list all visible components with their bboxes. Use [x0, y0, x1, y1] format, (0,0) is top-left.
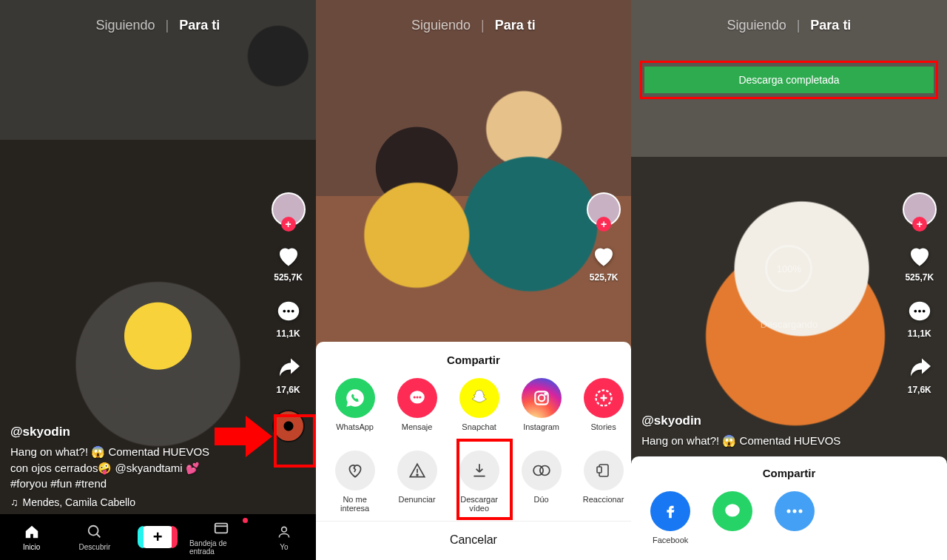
share-instagram[interactable]: Instagram: [516, 378, 567, 440]
like-button[interactable]: 525,7K: [589, 241, 619, 283]
facebook-icon: [650, 491, 690, 531]
tab-separator: |: [481, 18, 485, 33]
svg-point-10: [416, 396, 418, 398]
share-more[interactable]: [769, 491, 820, 553]
message-icon: [397, 378, 437, 418]
nav-yo[interactable]: Yo: [252, 523, 315, 551]
cancel-button[interactable]: Cancelar: [316, 521, 632, 560]
svg-point-3: [291, 310, 294, 313]
share-stories[interactable]: Stories: [578, 378, 630, 440]
share-label: Descargar vídeo: [454, 495, 505, 513]
share-label: Instagram: [523, 422, 559, 440]
svg-point-17: [417, 474, 418, 476]
snapchat-icon: [459, 378, 499, 418]
share-count: 17,6K: [908, 385, 931, 395]
tab-following[interactable]: Siguiendo: [727, 18, 786, 33]
screenshot-1: Siguiendo | Para ti + 525,7K 11,1K 17,6K…: [0, 0, 316, 560]
heart-icon: [589, 241, 619, 271]
share-label: Reaccionar: [583, 495, 624, 513]
share-snapchat[interactable]: Snapchat: [454, 378, 505, 440]
action-reaccionar[interactable]: Reaccionar: [578, 451, 630, 513]
download-complete-banner: Descarga completada: [644, 67, 934, 93]
action-duo[interactable]: Dúo: [516, 451, 567, 513]
nav-descubrir[interactable]: Descubrir: [63, 523, 126, 551]
share-sms[interactable]: [707, 491, 758, 553]
music-note-icon: ♫: [10, 496, 18, 508]
share-label: Stories: [590, 422, 616, 440]
music-disc-icon[interactable]: [272, 410, 305, 442]
svg-point-7: [282, 527, 287, 532]
svg-point-27: [787, 510, 791, 513]
caption-hashtags[interactable]: #foryou #fun #trend: [10, 476, 249, 492]
comment-icon: [274, 297, 303, 327]
caption-line-2: con ojos cerrados🤪 @skyandtami 💕: [10, 460, 249, 476]
share-label: Mensaje: [402, 422, 433, 440]
share-social-row: WhatsApp Mensaje Snapchat Instagram Stor…: [316, 375, 632, 448]
share-button[interactable]: 17,6K: [274, 354, 303, 395]
create-icon: +: [141, 526, 175, 548]
caption-user[interactable]: @skyodin: [641, 414, 880, 428]
svg-line-5: [97, 534, 101, 538]
share-button[interactable]: 17,6K: [905, 354, 934, 395]
share-title: Compartir: [631, 462, 947, 488]
nav-bandeja[interactable]: Bandeja de entrada: [189, 519, 252, 556]
svg-point-26: [725, 504, 740, 516]
caption: @skyodin Hang on what?! 😱 Comentad HUEVO…: [641, 414, 880, 449]
music-row[interactable]: ♫ Mendes, Camila Cabello: [10, 496, 249, 508]
tab-for-you[interactable]: Para ti: [179, 18, 220, 33]
screenshot-2: Siguiendo | Para ti + 525,7K Compartir W…: [316, 0, 632, 560]
share-whatsapp[interactable]: WhatsApp: [329, 378, 381, 440]
follow-icon[interactable]: +: [281, 217, 296, 232]
share-facebook[interactable]: Facebook: [644, 491, 696, 553]
action-rail: + 525,7K 11,1K 17,6K: [903, 192, 937, 395]
comment-count: 11,1K: [277, 328, 300, 339]
share-title: Compartir: [316, 349, 632, 375]
caption-line-1: Hang on what?! 😱 Comentad HUEVOS: [641, 433, 880, 449]
nav-create[interactable]: +: [127, 526, 189, 548]
share-label: Snapchat: [462, 422, 496, 440]
comment-button[interactable]: 11,1K: [274, 297, 303, 339]
share-mensaje[interactable]: Mensaje: [391, 378, 443, 440]
screenshot-3: Siguiendo | Para ti Descarga completada …: [631, 0, 947, 560]
svg-point-29: [799, 510, 803, 513]
avatar[interactable]: +: [587, 192, 621, 226]
tab-following[interactable]: Siguiendo: [95, 18, 155, 33]
follow-icon[interactable]: +: [596, 217, 611, 232]
nav-yo-label: Yo: [280, 543, 288, 551]
tab-for-you[interactable]: Para ti: [810, 18, 851, 33]
feed-tabs: Siguiendo | Para ti: [0, 18, 316, 33]
share-label: Dúo: [534, 495, 549, 513]
stories-icon: [584, 378, 624, 418]
avatar[interactable]: +: [272, 192, 306, 226]
avatar[interactable]: +: [903, 192, 937, 226]
action-rail: + 525,7K: [587, 192, 621, 283]
warning-icon: [397, 451, 437, 490]
comment-count: 11,1K: [908, 328, 931, 339]
music-text: Mendes, Camila Cabello: [23, 496, 136, 508]
bottom-nav: Inicio Descubrir + Bandeja de entrada Yo: [0, 514, 316, 560]
like-button[interactable]: 525,7K: [274, 241, 303, 283]
download-progress-circle: 100%: [765, 245, 812, 292]
caption: @skyodin Hang on what?! 😱 Comentad HUEVO…: [10, 425, 249, 508]
share-actions-row: No me interesa Denunciar Descargar vídeo…: [316, 448, 632, 521]
caption-user[interactable]: @skyodin: [10, 425, 249, 439]
comment-button[interactable]: 11,1K: [905, 297, 934, 339]
download-progress-label: Descargando: [761, 319, 818, 330]
action-denunciar[interactable]: Denunciar: [391, 451, 443, 513]
svg-point-13: [538, 394, 545, 401]
like-button[interactable]: 525,7K: [905, 241, 934, 283]
action-nome[interactable]: No me interesa: [329, 451, 381, 513]
svg-point-23: [914, 310, 917, 313]
tab-for-you[interactable]: Para ti: [495, 18, 536, 33]
nav-inicio[interactable]: Inicio: [0, 523, 63, 551]
share-social-row: Facebook: [631, 488, 947, 560]
action-descargar[interactable]: Descargar vídeo: [454, 451, 505, 513]
follow-icon[interactable]: +: [912, 217, 927, 232]
annotation-arrow-icon: [215, 416, 272, 460]
share-icon: [274, 354, 303, 383]
nav-inicio-label: Inicio: [23, 543, 40, 551]
tab-following[interactable]: Siguiendo: [411, 18, 471, 33]
share-sheet-small: Compartir Facebook: [631, 456, 947, 560]
svg-rect-21: [597, 467, 601, 473]
instagram-icon: [522, 378, 562, 418]
